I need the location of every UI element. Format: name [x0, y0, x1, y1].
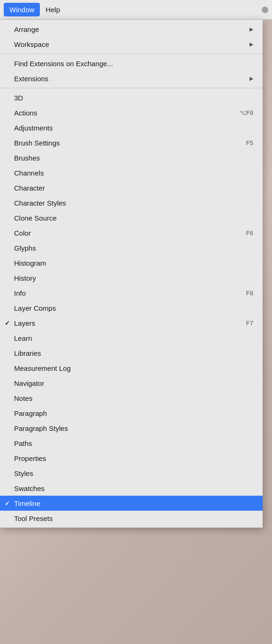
- menu-item-adjustments[interactable]: Adjustments: [0, 120, 263, 135]
- extensions-label: Extensions: [14, 75, 48, 83]
- brush-settings-label: Brush Settings: [14, 139, 60, 147]
- menu-item-workspace[interactable]: Workspace ▶: [0, 37, 263, 52]
- clone-source-label: Clone Source: [14, 214, 57, 222]
- menu-item-color[interactable]: Color F6: [0, 225, 263, 240]
- find-extensions-label: Find Extensions on Exchange...: [14, 60, 113, 68]
- layers-checkmark-icon: ✓: [5, 320, 10, 327]
- menu-item-history[interactable]: History: [0, 270, 263, 285]
- measurement-log-label: Measurement Log: [14, 364, 71, 372]
- menu-item-extensions[interactable]: Extensions ▶: [0, 71, 263, 86]
- menu-item-paragraph-styles[interactable]: Paragraph Styles: [0, 421, 263, 436]
- paragraph-label: Paragraph: [14, 409, 47, 417]
- menu-item-find-extensions[interactable]: Find Extensions on Exchange...: [0, 56, 263, 71]
- menu-item-layer-comps[interactable]: Layer Comps: [0, 300, 263, 315]
- character-label: Character: [14, 184, 45, 192]
- swatches-label: Swatches: [14, 484, 45, 492]
- menu-section-panels: 3D Actions ⌥F9 Adjustments Brush Setting…: [0, 88, 263, 528]
- menu-item-properties[interactable]: Properties: [0, 451, 263, 466]
- workspace-label: Workspace: [14, 40, 49, 48]
- color-shortcut: F6: [246, 230, 253, 237]
- menu-item-libraries[interactable]: Libraries: [0, 345, 263, 360]
- menu-item-channels[interactable]: Channels: [0, 165, 263, 180]
- 3d-label: 3D: [14, 94, 23, 102]
- navigator-label: Navigator: [14, 379, 44, 387]
- menu-item-swatches[interactable]: Swatches: [0, 481, 263, 496]
- timeline-label: Timeline: [14, 499, 40, 507]
- adjustments-label: Adjustments: [14, 124, 53, 132]
- layers-label: Layers: [14, 319, 35, 327]
- brushes-label: Brushes: [14, 154, 40, 162]
- menu-item-timeline[interactable]: ✓ Timeline: [0, 496, 263, 511]
- menu-item-brushes[interactable]: Brushes: [0, 150, 263, 165]
- traffic-light-button[interactable]: [262, 7, 268, 13]
- help-menu-item[interactable]: Help: [40, 3, 66, 16]
- menu-item-info[interactable]: Info F8: [0, 285, 263, 300]
- menu-section-extensions: Find Extensions on Exchange... Extension…: [0, 54, 263, 88]
- arrange-label: Arrange: [14, 25, 39, 33]
- menu-item-paths[interactable]: Paths: [0, 436, 263, 451]
- menu-bar: Window Help: [0, 0, 272, 20]
- glyphs-label: Glyphs: [14, 244, 36, 252]
- menu-item-styles[interactable]: Styles: [0, 466, 263, 481]
- info-label: Info: [14, 289, 26, 297]
- arrange-arrow-icon: ▶: [249, 26, 253, 32]
- paths-label: Paths: [14, 439, 32, 447]
- properties-label: Properties: [14, 454, 46, 462]
- menu-item-character[interactable]: Character: [0, 180, 263, 195]
- menu-item-navigator[interactable]: Navigator: [0, 376, 263, 391]
- color-label: Color: [14, 229, 31, 237]
- menu-section-arrange: Arrange ▶ Workspace ▶: [0, 20, 263, 54]
- menu-item-measurement-log[interactable]: Measurement Log: [0, 360, 263, 376]
- menu-item-actions[interactable]: Actions ⌥F9: [0, 105, 263, 120]
- menu-item-layers[interactable]: ✓ Layers F7: [0, 315, 263, 330]
- menu-item-learn[interactable]: Learn: [0, 330, 263, 345]
- notes-label: Notes: [14, 394, 32, 402]
- menu-item-brush-settings[interactable]: Brush Settings F5: [0, 135, 263, 150]
- menu-item-notes[interactable]: Notes: [0, 391, 263, 406]
- menu-item-tool-presets[interactable]: Tool Presets: [0, 511, 263, 526]
- histogram-label: Histogram: [14, 259, 46, 267]
- styles-label: Styles: [14, 469, 33, 477]
- actions-shortcut: ⌥F9: [239, 109, 253, 116]
- menu-item-histogram[interactable]: Histogram: [0, 255, 263, 270]
- menu-item-character-styles[interactable]: Character Styles: [0, 195, 263, 210]
- learn-label: Learn: [14, 334, 32, 342]
- tool-presets-label: Tool Presets: [14, 514, 53, 522]
- menu-item-arrange[interactable]: Arrange ▶: [0, 22, 263, 37]
- brush-settings-shortcut: F5: [246, 139, 253, 146]
- menu-item-paragraph[interactable]: Paragraph: [0, 406, 263, 421]
- layers-shortcut: F7: [246, 320, 253, 327]
- history-label: History: [14, 274, 36, 282]
- actions-label: Actions: [14, 109, 37, 117]
- window-menu-item[interactable]: Window: [4, 3, 40, 16]
- menu-item-3d[interactable]: 3D: [0, 90, 263, 105]
- layer-comps-label: Layer Comps: [14, 304, 56, 312]
- timeline-checkmark-icon: ✓: [5, 500, 10, 507]
- menu-item-glyphs[interactable]: Glyphs: [0, 240, 263, 255]
- channels-label: Channels: [14, 169, 44, 177]
- extensions-arrow-icon: ▶: [249, 76, 253, 82]
- workspace-arrow-icon: ▶: [249, 41, 253, 47]
- info-shortcut: F8: [246, 290, 253, 297]
- paragraph-styles-label: Paragraph Styles: [14, 424, 68, 432]
- libraries-label: Libraries: [14, 349, 41, 357]
- menu-item-clone-source[interactable]: Clone Source: [0, 210, 263, 225]
- window-dropdown-menu: Arrange ▶ Workspace ▶ Find Extensions on…: [0, 20, 263, 528]
- character-styles-label: Character Styles: [14, 199, 66, 207]
